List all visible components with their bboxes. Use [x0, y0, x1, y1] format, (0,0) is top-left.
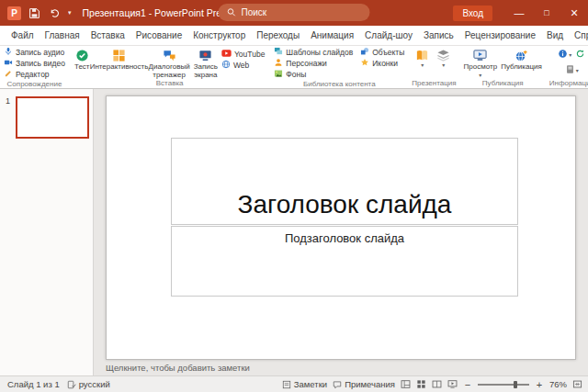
chevron-down-icon: ▾	[479, 73, 481, 78]
tab-design[interactable]: Конструктор	[187, 26, 251, 45]
powerpoint-app-icon[interactable]: P	[7, 6, 21, 20]
interactivity-icon	[112, 48, 126, 62]
landscape-icon	[274, 69, 283, 80]
chat-bubbles-icon	[163, 48, 176, 62]
tab-home[interactable]: Главная	[40, 26, 85, 45]
ribbon-group-content-library: Шаблоны слайдов Персонажи Фоны Объекты	[270, 46, 408, 88]
record-audio-button[interactable]: Запись аудио	[2, 47, 66, 58]
save-icon[interactable]	[28, 6, 41, 20]
record-video-button[interactable]: Запись видео	[2, 58, 67, 69]
info-button[interactable]: ▾	[557, 47, 572, 62]
icons-button[interactable]: Иконки	[358, 58, 406, 69]
zoom-in-button[interactable]: +	[535, 379, 544, 390]
statusbar-right: Заметки Примечания − + 76%	[282, 379, 588, 390]
quick-access-chevron-icon[interactable]: ▾	[68, 9, 72, 17]
backgrounds-button[interactable]: Фоны	[272, 69, 355, 80]
ribbon-group-insert: Тест Интерактивность Диалоговый тренажер…	[71, 46, 268, 88]
screen-recording-button[interactable]: Запись экрана	[192, 47, 220, 79]
undo-icon[interactable]	[48, 6, 62, 20]
slide-thumbnail[interactable]	[16, 96, 89, 139]
statusbar-left: Слайд 1 из 1 русский	[0, 379, 110, 389]
close-button[interactable]: ×	[560, 0, 588, 26]
fit-to-window-button[interactable]	[572, 379, 582, 389]
group-label-accompaniment: Сопровождение	[2, 80, 67, 89]
reading-view-button[interactable]	[432, 379, 442, 389]
tab-transitions[interactable]: Переходы	[251, 26, 305, 45]
tab-animations[interactable]: Анимация	[305, 26, 359, 45]
interactivity-button[interactable]: Интерактивность	[92, 47, 147, 72]
screen-record-icon	[198, 48, 212, 62]
tab-insert[interactable]: Вставка	[85, 26, 130, 45]
preview-button[interactable]: Просмотр ▾	[462, 47, 500, 79]
search-icon	[227, 5, 237, 21]
comment-icon	[333, 380, 342, 389]
ribbon-tab-row: Файл Главная Вставка Рисование Конструкт…	[0, 26, 588, 46]
quiz-button[interactable]: Тест	[73, 47, 92, 72]
video-camera-icon	[4, 58, 13, 69]
dialog-simulation-button[interactable]: Диалоговый тренажер	[147, 47, 192, 79]
minimize-button[interactable]: —	[505, 0, 533, 26]
group-label-insert: Вставка	[73, 79, 266, 88]
presentation-resources-button[interactable]: ▾	[435, 47, 452, 68]
tab-recording[interactable]: Запись	[418, 26, 459, 45]
slideshow-view-button[interactable]	[447, 379, 458, 389]
microphone-icon	[4, 47, 13, 58]
zoom-level[interactable]: 76%	[549, 379, 567, 389]
slide-templates-icon	[274, 47, 283, 58]
subtitle-placeholder[interactable]: Подзаголовок слайда	[171, 226, 518, 297]
normal-view-button[interactable]	[401, 379, 411, 389]
shapes-icon	[360, 47, 369, 58]
tab-file[interactable]: Файл	[6, 26, 40, 45]
preview-monitor-icon	[473, 48, 487, 62]
publish-button[interactable]: Публикация	[499, 47, 544, 72]
quick-access-toolbar: P ▾	[0, 6, 79, 20]
ribbon-group-information: ▾ ▾ Информация	[548, 46, 588, 88]
characters-button[interactable]: Персонажи	[272, 58, 355, 69]
maximize-button[interactable]: □	[533, 0, 560, 26]
web-object-button[interactable]: Web	[220, 60, 266, 71]
pencil-icon	[4, 69, 13, 80]
editor-button[interactable]: Редактор	[2, 69, 51, 80]
chevron-down-icon: ▾	[569, 52, 571, 58]
zoom-out-button[interactable]: −	[463, 379, 472, 390]
slide-subtitle-text: Подзаголовок слайда	[285, 231, 404, 245]
slide-thumbnail-panel: 1	[0, 89, 94, 375]
titlebar: P ▾ Презентация1 - PowerPoint Preview Вх…	[0, 0, 588, 26]
language-indicator[interactable]: русский	[67, 379, 110, 389]
thumbnail-row: 1	[0, 96, 93, 139]
manual-book-icon	[565, 63, 575, 77]
presentation-player-button[interactable]: ▾	[413, 47, 431, 68]
tab-help[interactable]: Справка	[569, 26, 588, 45]
globe-icon	[221, 60, 231, 71]
zoom-slider[interactable]	[478, 380, 529, 389]
tab-view[interactable]: Вид	[541, 26, 569, 45]
tab-draw[interactable]: Рисование	[130, 26, 187, 45]
statusbar: Слайд 1 из 1 русский Заметки Примечания …	[0, 375, 588, 392]
chevron-down-icon: ▾	[442, 62, 445, 68]
updates-button[interactable]	[574, 47, 586, 62]
group-label-information: Информация	[549, 79, 588, 88]
objects-button[interactable]: Объекты	[358, 47, 406, 58]
notes-area[interactable]: Щелкните, чтобы добавить заметки	[94, 360, 588, 373]
info-icon	[558, 48, 568, 62]
youtube-button[interactable]: YouTube	[220, 49, 266, 60]
title-placeholder[interactable]: Заголовок слайда	[171, 138, 518, 225]
star-icon	[360, 58, 369, 69]
sign-in-button[interactable]: Вход	[453, 6, 492, 21]
tab-review[interactable]: Рецензирование	[459, 26, 541, 45]
zoom-slider-thumb[interactable]	[514, 381, 517, 388]
tab-slideshow[interactable]: Слайд-шоу	[359, 26, 418, 45]
workspace: 1 Заголовок слайда Подзаголовок слайда Щ…	[0, 89, 588, 375]
notes-toggle-button[interactable]: Заметки	[282, 379, 327, 389]
slide-templates-button[interactable]: Шаблоны слайдов	[272, 47, 355, 58]
help-book-button[interactable]: ▾	[564, 62, 580, 78]
slide-canvas[interactable]: Заголовок слайда Подзаголовок слайда	[106, 95, 576, 360]
slide-sorter-view-button[interactable]	[416, 379, 426, 389]
group-label-presentation: Презентация	[412, 79, 456, 88]
search-input[interactable]	[242, 7, 352, 17]
youtube-icon	[221, 49, 232, 60]
search-box[interactable]	[219, 4, 370, 21]
quiz-icon	[75, 48, 89, 62]
person-icon	[274, 58, 283, 69]
comments-toggle-button[interactable]: Примечания	[333, 379, 395, 389]
